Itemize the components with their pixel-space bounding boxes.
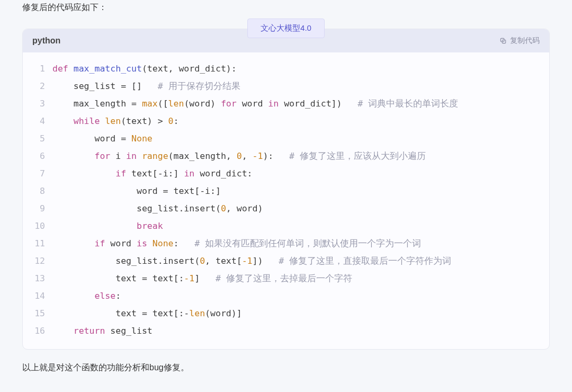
- line-number: 6: [33, 147, 45, 165]
- code-line: word = None: [52, 130, 540, 147]
- line-number: 11: [33, 235, 45, 252]
- code-line: def max_match_cut(text, word_dict):: [52, 60, 540, 77]
- article-body: 修复后的代码应如下： 文心大模型4.0 python 复制代码 12345678…: [0, 0, 572, 380]
- code-body: 12345678910111213141516 def max_match_cu…: [23, 52, 549, 349]
- model-badge-wrap: 文心大模型4.0: [22, 19, 550, 38]
- line-number: 7: [33, 165, 45, 182]
- line-number: 9: [33, 200, 45, 217]
- code-line: text = text[:-len(word)]: [52, 305, 540, 322]
- code-line: break: [52, 217, 540, 235]
- code-line: seg_list.insert(0, word): [52, 200, 540, 217]
- code-block: python 复制代码 12345678910111213141516 def …: [22, 29, 550, 350]
- code-line: return seg_list: [52, 322, 540, 340]
- line-number-gutter: 12345678910111213141516: [23, 60, 52, 340]
- line-number: 14: [33, 287, 45, 305]
- line-number: 8: [33, 182, 45, 200]
- line-number: 13: [33, 270, 45, 287]
- line-number: 10: [33, 217, 45, 235]
- intro-text: 修复后的代码应如下：: [22, 0, 550, 19]
- code-line: text = text[:-1] # 修复了这里，去掉最后一个字符: [52, 270, 540, 287]
- line-number: 5: [33, 130, 45, 147]
- code-line: word = text[-i:]: [52, 182, 540, 200]
- code-line: else:: [52, 287, 540, 305]
- outro-text: 以上就是对这个函数的功能分析和bug修复。: [22, 360, 550, 380]
- code-line: if text[-i:] in word_dict:: [52, 165, 540, 182]
- code-content[interactable]: def max_match_cut(text, word_dict): seg_…: [52, 60, 549, 340]
- code-line: max_length = max([len(word) for word in …: [52, 95, 540, 112]
- code-line: while len(text) > 0:: [52, 112, 540, 130]
- line-number: 2: [33, 77, 45, 95]
- line-number: 4: [33, 112, 45, 130]
- code-line: if word is None: # 如果没有匹配到任何单词，则默认使用一个字为…: [52, 235, 540, 252]
- copy-icon: [499, 37, 507, 44]
- line-number: 12: [33, 252, 45, 270]
- code-line: for i in range(max_length, 0, -1): # 修复了…: [52, 147, 540, 165]
- line-number: 1: [33, 60, 45, 77]
- model-badge: 文心大模型4.0: [247, 19, 325, 38]
- code-line: seg_list.insert(0, text[-1]) # 修复了这里，直接取…: [52, 252, 540, 270]
- line-number: 3: [33, 95, 45, 112]
- line-number: 15: [33, 305, 45, 322]
- line-number: 16: [33, 322, 45, 340]
- code-line: seg_list = [] # 用于保存切分结果: [52, 77, 540, 95]
